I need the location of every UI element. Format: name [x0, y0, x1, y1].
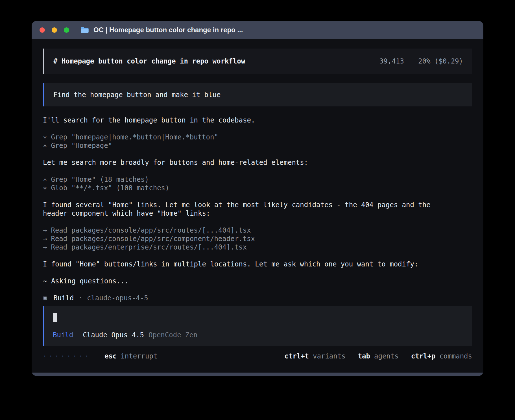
keyhint-variants: ctrl+tvariants — [284, 352, 345, 360]
user-message-text: Find the homepage button and make it blu… — [53, 91, 221, 99]
grep-tool-icon: ∗ — [43, 141, 47, 150]
tool-call-text: Glob "**/*.tsx" (100 matches) — [51, 184, 169, 192]
agent-icon: ▣ — [43, 294, 47, 302]
close-button[interactable] — [40, 27, 45, 33]
grep-tool-line: ∗Grep "Home" (18 matches) — [43, 175, 447, 184]
grep-tool-icon: ∗ — [43, 175, 47, 184]
ctrl-t-key: ctrl+t — [284, 352, 309, 360]
keyhint-interrupt: escinterrupt — [104, 352, 157, 360]
token-count: 39,413 — [379, 57, 404, 65]
agent-name: Build — [53, 294, 74, 302]
user-message: Find the homepage button and make it blu… — [43, 83, 472, 106]
agent-separator: · — [78, 294, 82, 302]
footer-left: ········ escinterrupt — [43, 352, 157, 360]
read-arrow-icon: → — [43, 243, 47, 251]
tool-call-text: Read packages/console/app/src/routes/[..… — [51, 226, 251, 234]
footer-right: ctrl+tvariants tabagents ctrl+pcommands — [272, 352, 472, 360]
tool-call-group: ∗Grep "Home" (18 matches) ∗Glob "**/*.ts… — [43, 175, 447, 192]
agents-label: agents — [374, 352, 399, 360]
traffic-lights — [40, 27, 69, 33]
tool-call-text: Grep "Home" (18 matches) — [51, 176, 149, 183]
glob-tool-line: ∗Glob "**/*.tsx" (100 matches) — [43, 184, 447, 192]
agent-model: claude-opus-4-5 — [87, 294, 148, 302]
titlebar: OC | Homepage button color change in rep… — [32, 21, 483, 39]
spinner-dots: ········ — [43, 352, 91, 360]
model-name: Claude Opus 4.5 — [83, 331, 144, 339]
mode-indicator: Build — [53, 331, 73, 339]
commands-label: commands — [439, 352, 472, 360]
keyhint-commands: ctrl+pcommands — [411, 352, 472, 360]
session-stats: 39,413 20% ($0.29) — [379, 57, 463, 65]
keyhint-agents: tabagents — [358, 352, 399, 360]
zoom-button[interactable] — [64, 27, 69, 33]
terminal-window: OC | Homepage button color change in rep… — [32, 21, 483, 376]
tool-call-text: Grep "homepage|home.*button|Home.*button… — [51, 133, 218, 141]
terminal-content: # Homepage button color change in repo w… — [32, 39, 483, 360]
session-title: # Homepage button color change in repo w… — [53, 57, 245, 65]
tool-call-text: Read packages/enterprise/src/routes/[...… — [51, 243, 247, 251]
ctrl-p-key: ctrl+p — [411, 352, 436, 360]
folder-icon — [80, 27, 89, 33]
tool-call-group: ∗Grep "homepage|home.*button|Home.*butto… — [43, 133, 447, 150]
read-tool-line: →Read packages/console/app/src/routes/[.… — [43, 226, 447, 235]
agent-line: ▣ Build · claude-opus-4-5 — [43, 294, 447, 302]
grep-tool-line: ∗Grep "homepage|home.*button|Home.*butto… — [43, 133, 447, 141]
session-header: # Homepage button color change in repo w… — [43, 49, 472, 74]
variants-label: variants — [313, 352, 346, 360]
status-footer: ········ escinterrupt ctrl+tvariants tab… — [43, 352, 472, 360]
tab-key: tab — [358, 352, 370, 360]
read-tool-group: →Read packages/console/app/src/routes/[.… — [43, 226, 447, 251]
assistant-paragraph: I found several "Home" links. Let me loo… — [43, 201, 447, 218]
tool-call-text: Grep "Homepage" — [51, 142, 112, 150]
text-cursor — [53, 313, 57, 322]
desktop: OC | Homepage button color change in rep… — [0, 0, 515, 420]
assistant-paragraph: I found "Home" buttons/links in multiple… — [43, 260, 447, 268]
assistant-paragraph: I'll search for the homepage button in t… — [43, 116, 447, 124]
grep-tool-icon: ∗ — [43, 133, 47, 141]
grep-tool-line: ∗Grep "Homepage" — [43, 141, 447, 150]
read-tool-line: →Read packages/console/app/src/component… — [43, 235, 447, 243]
window-title: OC | Homepage button color change in rep… — [93, 26, 243, 34]
read-arrow-icon: → — [43, 226, 47, 235]
asking-status-line: ~ Asking questions... — [43, 277, 447, 285]
assistant-transcript: I'll search for the homepage button in t… — [43, 106, 447, 302]
esc-label: interrupt — [121, 352, 157, 360]
input-status-bar: Build Claude Opus 4.5 OpenCode Zen — [53, 331, 464, 339]
glob-tool-icon: ∗ — [43, 184, 47, 192]
assistant-paragraph: Let me search more broadly for buttons a… — [43, 158, 447, 167]
context-cost: 20% ($0.29) — [418, 57, 463, 65]
read-tool-line: →Read packages/enterprise/src/routes/[..… — [43, 243, 447, 251]
prompt-input[interactable]: Build Claude Opus 4.5 OpenCode Zen — [43, 306, 472, 346]
read-arrow-icon: → — [43, 235, 47, 243]
provider-name: OpenCode Zen — [149, 331, 197, 339]
window-bottom-chrome — [32, 373, 483, 376]
tool-call-text: Read packages/console/app/src/component/… — [51, 235, 255, 243]
esc-key: esc — [104, 352, 117, 360]
minimize-button[interactable] — [52, 27, 57, 33]
